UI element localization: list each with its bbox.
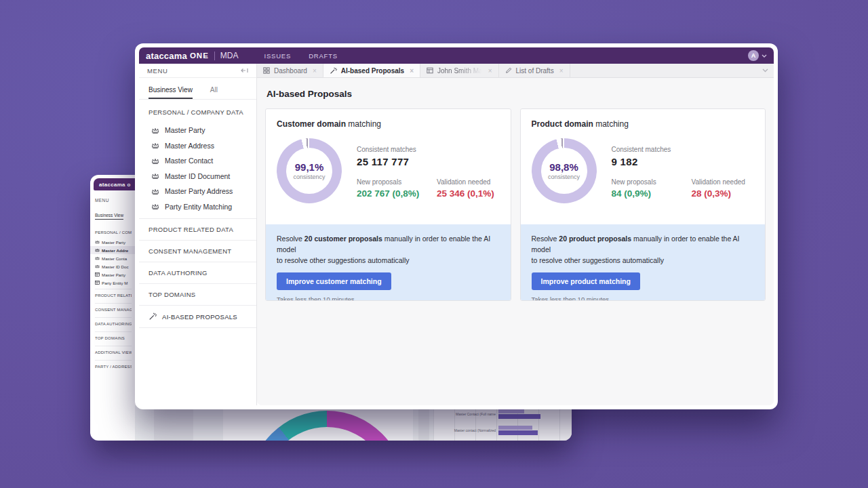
background-tile xyxy=(418,405,429,441)
improve-product-matching-button[interactable]: Improve product matching xyxy=(532,272,640,290)
background-section[interactable]: PRODUCT RELATE xyxy=(95,289,132,301)
sidebar-item-master-contact[interactable]: Master Contact xyxy=(139,153,256,169)
sidebar-item-master-party[interactable]: Master Party xyxy=(139,123,256,138)
card-footer: Resolve 20 customer proposals manually i… xyxy=(266,224,511,300)
duration-note: Takes less then 10 minutes xyxy=(532,296,755,301)
app-header: ataccama ONE MDA ISSUES DRAFTS A xyxy=(139,47,774,64)
new-proposals-value: 202 767 (0,8%) xyxy=(357,188,437,199)
consistency-percent: 99,1% xyxy=(295,161,324,173)
background-sidebar: MENU Business View PERSONAL / COMP Maste… xyxy=(90,194,135,372)
background-section[interactable]: DATA AUTHORING xyxy=(95,317,132,329)
new-proposals-label: New proposals xyxy=(357,178,437,186)
page-title: AI-based Proposals xyxy=(267,89,766,99)
background-dashboard-strip: Master Contact (Full name Master contact… xyxy=(135,405,572,441)
background-sidebar-item[interactable]: Master Conta xyxy=(95,254,132,262)
crown-icon xyxy=(151,188,159,195)
crown-icon xyxy=(151,158,159,164)
background-sidebar-item-active[interactable]: Master Addre xyxy=(90,246,135,254)
module-name: MDA xyxy=(220,51,239,60)
background-sidebar-item[interactable]: Master ID Doc xyxy=(95,262,132,270)
background-sidebar-item[interactable]: Party Entity M xyxy=(95,279,132,287)
background-sidebar-item[interactable]: Master Party xyxy=(95,238,132,246)
view-tab-business[interactable]: Business View xyxy=(149,86,193,99)
product-domain-card: Product domain matching 98,8% consistenc… xyxy=(520,108,766,301)
validation-needed-label: Validation needed xyxy=(692,178,745,186)
background-section[interactable]: TOP DOMAINS xyxy=(95,331,132,344)
crown-icon xyxy=(151,142,159,148)
nav-drafts[interactable]: DRAFTS xyxy=(309,52,338,60)
tab-dashboard[interactable]: Dashboard × xyxy=(257,64,323,77)
close-icon[interactable]: × xyxy=(313,67,317,75)
background-section[interactable]: ADDITIONAL VIEW xyxy=(95,346,132,358)
crown-icon xyxy=(95,248,100,252)
menu-title: MENU xyxy=(147,67,167,75)
view-tab-all[interactable]: All xyxy=(210,86,218,99)
sidebar-section-product-related-data[interactable]: PRODUCT RELATED DATA xyxy=(139,218,256,240)
background-section-personal: PERSONAL / COMP xyxy=(95,226,132,238)
consistency-label: consistency xyxy=(293,174,325,180)
bar-dark xyxy=(498,430,538,435)
card-title: Customer domain matching xyxy=(266,109,511,133)
duration-note: Takes less then 10 minutes xyxy=(277,296,500,301)
background-section[interactable]: CONSENT MANAG xyxy=(95,303,132,315)
tab-overflow-chevron-icon[interactable] xyxy=(762,64,768,77)
crown-icon xyxy=(95,264,100,268)
sidebar-item-party-entity-matching[interactable]: Party Entity Matching xyxy=(139,199,256,215)
collapse-sidebar-icon[interactable] xyxy=(241,68,248,73)
sidebar-section-data-authoring[interactable]: DATA AUTHORING xyxy=(139,262,256,283)
content-area: AI-based Proposals Customer domain match… xyxy=(257,78,774,405)
table-icon xyxy=(427,67,433,74)
main-window: ataccama ONE MDA ISSUES DRAFTS A MENU Bu… xyxy=(135,43,778,409)
chevron-down-icon[interactable] xyxy=(762,54,767,58)
background-bar-chart: Master Contact (Full name Master contact… xyxy=(433,405,572,441)
donut-arc xyxy=(249,411,405,441)
background-view-tab[interactable]: Business View xyxy=(95,213,123,220)
sidebar: MENU Business View All PERSONAL / COMPAN… xyxy=(139,64,257,405)
logo-divider xyxy=(214,52,215,60)
tab-john-smith[interactable]: John Smith Ma × xyxy=(420,64,499,77)
improve-customer-matching-button[interactable]: Improve customer matching xyxy=(277,272,391,290)
bar-dark xyxy=(498,414,540,419)
sidebar-item-ai-based-proposals[interactable]: AI-BASED PROPOSALS xyxy=(139,305,256,328)
validation-needed-value: 25 346 (0,1%) xyxy=(437,188,494,199)
tab-ai-based-proposals[interactable]: AI-based Proposals × xyxy=(323,64,420,77)
customer-domain-card: Customer domain matching 99,1% consisten… xyxy=(265,108,511,301)
background-section[interactable]: PARTY / ADDRESS xyxy=(95,360,132,372)
validation-needed-value: 28 (0,3%) xyxy=(692,188,745,199)
sidebar-item-master-party-address[interactable]: Master Party Address xyxy=(139,184,256,199)
close-icon[interactable]: × xyxy=(559,67,564,75)
resolve-text: Resolve 20 customer proposals manually i… xyxy=(277,233,500,266)
background-donut-chart xyxy=(223,405,413,441)
consistency-donut-chart: 98,8% consistency xyxy=(532,138,597,203)
consistent-matches-value: 9 182 xyxy=(612,156,755,167)
background-menu-title: MENU xyxy=(95,198,132,203)
sidebar-item-master-address[interactable]: Master Address xyxy=(139,138,256,154)
background-sidebar-item[interactable]: Master Party xyxy=(95,270,132,279)
new-proposals-label: New proposals xyxy=(612,178,692,186)
header-user-menu[interactable]: A xyxy=(748,50,767,61)
wand-icon xyxy=(330,67,337,75)
card-title: Product domain matching xyxy=(521,109,766,133)
tab-list-of-drafts[interactable]: List of Drafts × xyxy=(499,64,570,77)
bar-light xyxy=(498,426,532,430)
sidebar-section-consent-management[interactable]: CONSENT MANAGEMENT xyxy=(139,240,256,262)
consistent-matches-value: 25 117 777 xyxy=(357,156,500,167)
avatar[interactable]: A xyxy=(748,50,759,61)
close-icon[interactable]: × xyxy=(488,67,492,75)
grid-icon xyxy=(263,67,270,74)
crown-icon xyxy=(151,203,159,209)
validation-needed-label: Validation needed xyxy=(437,178,494,186)
close-icon[interactable]: × xyxy=(410,67,414,75)
pencil-icon xyxy=(505,67,512,74)
ataccama-logo: ataccama xyxy=(146,51,187,61)
wand-icon xyxy=(149,312,157,321)
sidebar-section-top-domains[interactable]: TOP DOMAINS xyxy=(139,283,256,305)
nav-issues[interactable]: ISSUES xyxy=(264,52,291,60)
sidebar-item-master-id-document[interactable]: Master ID Document xyxy=(139,169,256,184)
bar-light xyxy=(498,409,524,413)
new-proposals-value: 84 (0,9%) xyxy=(612,188,692,199)
resolve-text: Resolve 20 product proposals manually in… xyxy=(532,233,755,266)
consistency-percent: 98,8% xyxy=(549,161,578,173)
table-icon xyxy=(95,281,100,285)
crown-icon xyxy=(151,127,159,134)
